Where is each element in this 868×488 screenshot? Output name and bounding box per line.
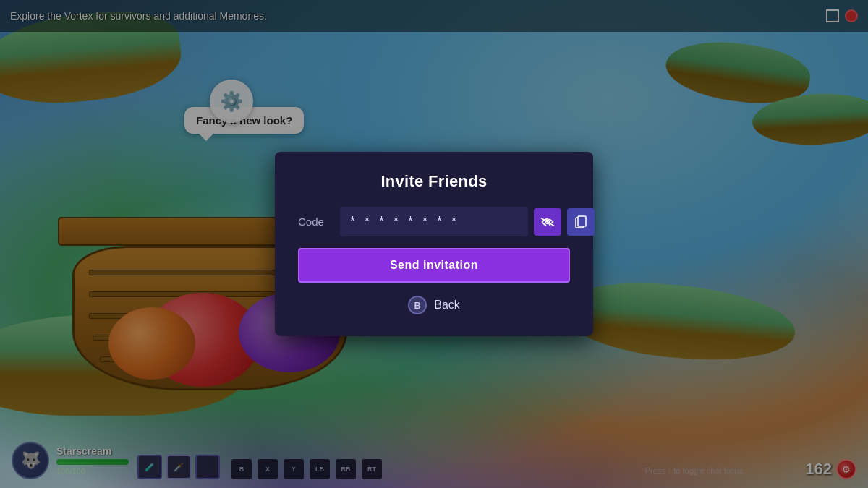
send-invitation-button[interactable]: Send invitation <box>298 248 570 283</box>
copy-button[interactable] <box>567 208 595 236</box>
back-row: B Back <box>298 291 570 319</box>
invite-friends-modal: Invite Friends Code Send invitation <box>275 152 593 336</box>
code-label: Code <box>298 215 334 228</box>
copy-icon <box>575 215 587 228</box>
code-row: Code <box>298 207 570 236</box>
modal-title: Invite Friends <box>298 172 570 191</box>
svg-rect-2 <box>578 216 586 226</box>
toggle-visibility-button[interactable] <box>534 208 561 236</box>
send-invitation-label: Send invitation <box>390 259 478 271</box>
eye-slash-icon <box>540 217 555 227</box>
code-input[interactable] <box>340 207 528 236</box>
b-controller-button: B <box>408 296 427 314</box>
modal-overlay: Invite Friends Code Send invitation <box>0 0 868 488</box>
back-label: Back <box>434 299 460 312</box>
